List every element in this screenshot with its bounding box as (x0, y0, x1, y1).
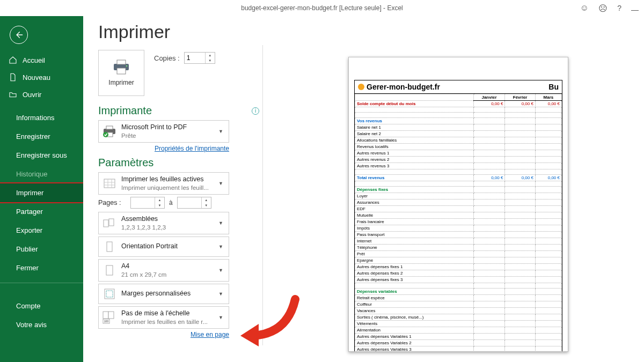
face-smile-icon[interactable]: ☺ (580, 3, 589, 13)
spinner-up-icon[interactable]: ▲ (206, 53, 215, 58)
preview-title-cut: Bu (548, 83, 559, 91)
pages-to-input[interactable] (178, 199, 201, 206)
margins-icon (102, 287, 117, 301)
table-row: Alimentation (355, 327, 562, 334)
table-row: Vacances (355, 308, 562, 314)
svg-rect-5 (106, 126, 113, 129)
scaling-dropdown[interactable]: 100 Pas de mise à l'échelleImprimer les … (98, 306, 229, 329)
table-row: Pass transport (355, 232, 562, 238)
new-file-icon (9, 73, 17, 82)
sidebar-label: Ouvrir (23, 91, 41, 99)
copies-spinner[interactable]: ▲▼ (184, 52, 215, 64)
scaling-icon: 100 (102, 311, 117, 324)
pages-from-input[interactable] (131, 199, 155, 206)
sidebar-item-fermer[interactable]: Fermer (0, 258, 83, 277)
print-preview-page: Gerer-mon-budget.fr Bu JanvierFévrierMar… (348, 57, 568, 352)
table-row: Salaire net 2 (355, 131, 562, 137)
sidebar-item-ouvrir[interactable]: Ouvrir (0, 86, 83, 103)
folder-open-icon (9, 90, 17, 99)
sidebar-item-nouveau[interactable]: Nouveau (0, 69, 83, 86)
svg-text:100: 100 (104, 320, 109, 323)
svg-point-7 (103, 132, 108, 137)
table-row: Autres dépenses fixes 1 (355, 264, 562, 270)
help-icon[interactable]: ? (617, 4, 621, 12)
sidebar-item-publier[interactable]: Publier (0, 240, 83, 258)
face-sad-icon[interactable]: ☹ (598, 3, 608, 13)
margins-dropdown[interactable]: Marges personnalisées ▼ (98, 284, 229, 304)
table-row: Autres dépenses Variables 2 (355, 340, 562, 346)
pages-from-spinner[interactable]: ▲▼ (130, 197, 165, 209)
chevron-down-icon: ▼ (216, 220, 225, 226)
orientation-dropdown[interactable]: Orientation Portrait ▼ (98, 237, 229, 257)
table-row: Loyer (355, 193, 562, 200)
print-what-dropdown[interactable]: Imprimer les feuilles activesImprimer un… (98, 172, 229, 195)
pages-to-spinner[interactable]: ▲▼ (177, 197, 211, 209)
info-icon[interactable]: i (252, 107, 259, 115)
table-row: EDF (355, 206, 562, 212)
table-row: Salaire net 1 (355, 124, 562, 131)
table-row: Assurances (355, 200, 562, 206)
printer-properties-link[interactable]: Propriétés de l'imprimante (98, 145, 229, 152)
page-setup-link[interactable]: Mise en page (98, 331, 229, 338)
collate-dropdown[interactable]: Assemblées1,2,3 1,2,3 1,2,3 ▼ (98, 212, 229, 234)
sidebar-item-imprimer[interactable]: Imprimer (0, 183, 83, 202)
chevron-down-icon: ▼ (216, 291, 225, 297)
table-row: Autres revenus 1 (355, 150, 562, 157)
sidebar-item-enregistrer-sous[interactable]: Enregistrer sous (0, 146, 83, 165)
svg-rect-1 (117, 60, 126, 64)
preview-table: JanvierFévrierMars Solde compte début du… (355, 94, 562, 352)
preview-brand: Gerer-mon-budget.fr (358, 83, 440, 91)
logo-icon (358, 84, 364, 90)
chevron-down-icon: ▼ (216, 244, 225, 249)
printer-ready-icon (102, 124, 117, 138)
table-row: Téléphone (355, 245, 562, 251)
page-title: Imprimer (98, 21, 259, 42)
pages-to-label: à (169, 199, 173, 206)
table-row: Revenus locatifs (355, 144, 562, 150)
table-row: Retrait espèce (355, 295, 562, 301)
sidebar-item-accueil[interactable]: Accueil (0, 51, 83, 69)
minimize-icon[interactable] (631, 10, 639, 11)
chevron-down-icon: ▼ (216, 315, 225, 320)
vertical-divider (262, 45, 263, 345)
settings-section-title: Paramètres (98, 157, 153, 169)
sidebar-label: Nouveau (23, 73, 50, 82)
sheets-icon (102, 176, 117, 190)
sidebar-item-compte[interactable]: Compte (0, 297, 83, 315)
table-row: Epargne (355, 257, 562, 264)
table-row: Prêt (355, 251, 562, 257)
window-title: budget-excel-gerer-mon-budget.fr [Lectur… (241, 4, 402, 12)
back-button[interactable] (10, 26, 28, 44)
chevron-down-icon: ▼ (216, 268, 225, 273)
sidebar-item-votre-avis[interactable]: Votre avis (0, 315, 83, 334)
sidebar-item-enregistrer[interactable]: Enregistrer (0, 127, 83, 146)
chevron-down-icon: ▼ (216, 129, 225, 134)
svg-rect-8 (104, 179, 115, 188)
paper-size-dropdown[interactable]: A421 cm x 29,7 cm ▼ (98, 259, 229, 282)
printer-section-title: Imprimante (98, 105, 152, 117)
table-row: Impôts (355, 225, 562, 232)
sidebar-item-historique: Historique (0, 165, 83, 183)
table-row: Mutuelle (355, 212, 562, 219)
sidebar-item-partager[interactable]: Partager (0, 202, 83, 221)
print-button[interactable]: Imprimer (98, 50, 144, 96)
copies-input[interactable] (185, 54, 205, 62)
svg-rect-13 (104, 220, 108, 227)
svg-rect-2 (117, 68, 126, 74)
sidebar-item-exporter[interactable]: Exporter (0, 221, 83, 240)
svg-point-3 (126, 65, 128, 67)
sidebar-item-informations[interactable]: Informations (0, 108, 83, 127)
table-row: Autres dépenses fixes 2 (355, 270, 562, 277)
table-row: Allocations familiales (355, 137, 562, 144)
printer-dropdown[interactable]: Microsoft Print to PDF Prête ▼ (98, 120, 229, 143)
table-row: Internet (355, 238, 562, 245)
sidebar-label: Accueil (23, 56, 45, 64)
copies-label: Copies : (154, 54, 180, 62)
spinner-down-icon[interactable]: ▼ (206, 58, 215, 63)
table-row: Frais bancaire (355, 219, 562, 225)
table-row: Autres dépenses Variables 1 (355, 334, 562, 340)
svg-rect-15 (107, 242, 112, 252)
table-row: Autres dépenses Variables 3 (355, 346, 562, 352)
table-row: Autres revenus 2 (355, 157, 562, 163)
table-row: Coiffeur (355, 301, 562, 308)
